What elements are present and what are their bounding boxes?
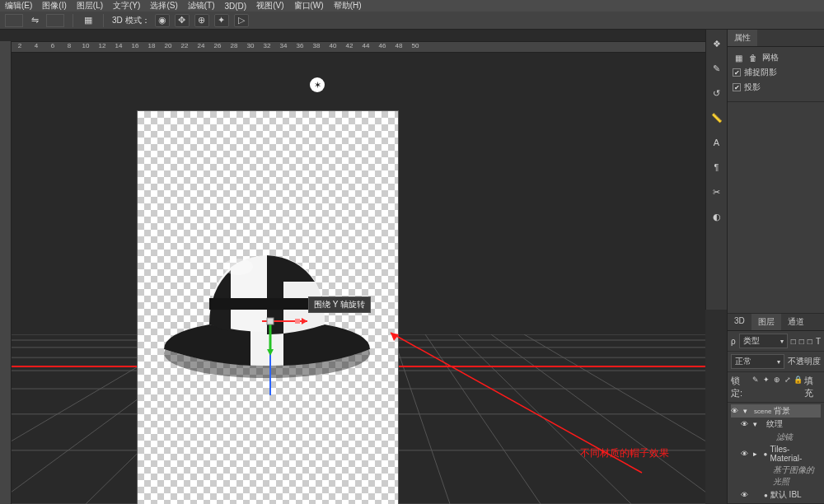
color-swatch-1[interactable]	[5, 14, 23, 27]
ruler-tick: 30	[242, 42, 259, 52]
svg-line-19	[524, 334, 705, 504]
filter-type-select[interactable]: 类型▾	[739, 334, 788, 348]
tree-row[interactable]: 👁▾scene背景	[731, 404, 821, 418]
side-icon-strip: ❖ ✎ ↺ 📏 A ¶ ✂ ◐	[705, 30, 727, 310]
svg-line-14	[392, 334, 450, 504]
trash-icon[interactable]: 🗑	[747, 54, 759, 63]
lock-all-icon[interactable]: 🔒	[794, 375, 803, 385]
ruler-tick: 40	[325, 42, 341, 52]
menu-item[interactable]: 编辑(E)	[5, 0, 32, 12]
tab-properties[interactable]: 属性	[728, 30, 757, 46]
color-swatch-2[interactable]	[46, 14, 64, 27]
filter-icon[interactable]: □	[791, 337, 796, 346]
separator	[103, 14, 104, 27]
playhead-cursor[interactable]: ✶	[310, 77, 325, 92]
svg-rect-29	[267, 318, 274, 324]
ruler-tick: 34	[275, 42, 292, 52]
menu-item[interactable]: 帮助(H)	[334, 0, 362, 12]
filter-icon[interactable]: □	[808, 337, 812, 346]
fly-button[interactable]: ▷	[234, 14, 249, 27]
ruler-tick: 42	[341, 42, 358, 52]
pan-button[interactable]: ✥	[175, 14, 190, 27]
empty-panel-space	[728, 102, 824, 314]
type-icon[interactable]: A	[709, 135, 724, 150]
svg-rect-25	[295, 319, 300, 324]
blend-row: 正常▾ 不透明度	[728, 352, 824, 372]
dolly-button[interactable]: ⊕	[194, 14, 209, 27]
ruler-tick: 22	[176, 42, 193, 52]
svg-line-16	[458, 334, 631, 504]
tree-label: Tiles-Material-	[770, 445, 821, 463]
visibility-eye-icon[interactable]: 👁	[741, 420, 751, 428]
properties-panel: 属性 ▦ 🗑 网格 ✔ 捕捉阴影 ✔ 投影	[728, 30, 824, 102]
tab-3d[interactable]: 3D	[728, 314, 751, 330]
toggle-icon[interactable]: ▾	[743, 407, 751, 415]
tree-row[interactable]: 👁▾纹理	[731, 418, 821, 431]
transform-gizmo[interactable]	[262, 305, 311, 405]
mode-label: 3D 模式：	[112, 15, 150, 26]
options-icon[interactable]: ▦	[82, 14, 95, 27]
lock-icon[interactable]: ⤢	[783, 375, 792, 385]
brushes-icon[interactable]: ✎	[709, 61, 724, 76]
ruler-tick: 18	[143, 42, 160, 52]
lock-pixels-icon[interactable]: ✎	[751, 375, 761, 385]
chevron-down-icon: ▾	[777, 358, 780, 366]
annotation-text: 不同材质的帽子效果	[580, 446, 669, 460]
item-icon: ●	[764, 492, 768, 499]
visibility-eye-icon[interactable]: 👁	[741, 491, 751, 499]
tree-row[interactable]: 滤镜	[731, 431, 821, 444]
adjustments-icon[interactable]: ✂	[709, 184, 724, 199]
ruler-tick: 32	[259, 42, 275, 52]
work-area: 2468101214161820222426283032343638404244…	[0, 30, 705, 504]
menu-item[interactable]: 窗口(W)	[294, 0, 324, 12]
tree-row[interactable]: 👁●默认 IBL	[731, 488, 821, 502]
ruler-tick: 6	[44, 42, 61, 52]
paragraph-icon[interactable]: ¶	[709, 160, 724, 175]
blend-mode-select[interactable]: 正常▾	[731, 354, 784, 369]
swap-icon[interactable]: ⇋	[28, 14, 41, 27]
lock-position-icon[interactable]: ✦	[762, 375, 771, 385]
tree-row[interactable]: 👁▸●Tiles-Material-	[731, 444, 821, 464]
history-icon[interactable]: ↺	[709, 86, 724, 100]
filter-icon[interactable]: □	[799, 337, 804, 346]
toggle-icon[interactable]: ▸	[753, 450, 761, 458]
cc-icon[interactable]: ◐	[709, 209, 724, 224]
walk-button[interactable]: ✦	[214, 14, 229, 27]
opacity-label: 不透明度	[788, 356, 821, 367]
ruler-tick: 50	[407, 42, 424, 52]
svg-marker-28	[267, 349, 274, 356]
menu-bar: 编辑(E) 图像(I) 图层(L) 文字(Y) 选择(S) 滤镜(T) 3D(D…	[0, 0, 824, 12]
layers-3d-panel: 3D 图层 通道 ρ 类型▾ □ □ □ T 正常▾ 不透明度 锁定: ✎ ✦ …	[728, 314, 824, 504]
filter-icon[interactable]: T	[816, 337, 821, 346]
ruler-tick: 38	[308, 42, 325, 52]
item-icon: ●	[764, 450, 768, 458]
lock-icon[interactable]: ⊕	[772, 375, 781, 385]
ruler-vertical[interactable]	[0, 41, 12, 504]
right-panel-column: 属性 ▦ 🗑 网格 ✔ 捕捉阴影 ✔ 投影 3D 图层 通道 ρ	[727, 30, 824, 504]
menu-item[interactable]: 图层(L)	[77, 0, 103, 12]
menu-item[interactable]: 图像(I)	[42, 0, 66, 12]
ruler-horizontal[interactable]: 2468101214161820222426283032343638404244…	[12, 41, 705, 53]
tab-layers[interactable]: 图层	[751, 314, 781, 330]
tree-row[interactable]: 基于图像的光照	[731, 464, 821, 488]
svg-marker-24	[302, 318, 307, 324]
menu-item[interactable]: 滤镜(T)	[188, 0, 215, 12]
checkbox-cast-shadow[interactable]: ✔	[733, 83, 741, 91]
visibility-eye-icon[interactable]: 👁	[731, 407, 741, 415]
swatches-icon[interactable]: ❖	[709, 36, 724, 51]
ruler-tick: 24	[193, 42, 209, 52]
ruler-tick: 44	[358, 42, 374, 52]
menu-item[interactable]: 视图(V)	[256, 0, 283, 12]
canvas-region[interactable]: 围绕 Y 轴旋转 不同材质的帽子效果 ✶	[12, 53, 705, 504]
checkbox-capture-shadow[interactable]: ✔	[733, 68, 741, 77]
orbit-button[interactable]: ◉	[155, 14, 170, 27]
checkbox-label: 捕捉阴影	[744, 67, 777, 78]
menu-item[interactable]: 选择(S)	[150, 0, 177, 12]
visibility-eye-icon[interactable]: 👁	[741, 450, 751, 458]
tab-channels[interactable]: 通道	[781, 314, 811, 330]
menu-item[interactable]: 3D(D)	[225, 2, 247, 11]
axis-tooltip: 围绕 Y 轴旋转	[308, 296, 371, 313]
ruler-icon[interactable]: 📏	[709, 110, 724, 125]
menu-item[interactable]: 文字(Y)	[113, 0, 140, 12]
toggle-icon[interactable]: ▾	[753, 420, 761, 428]
